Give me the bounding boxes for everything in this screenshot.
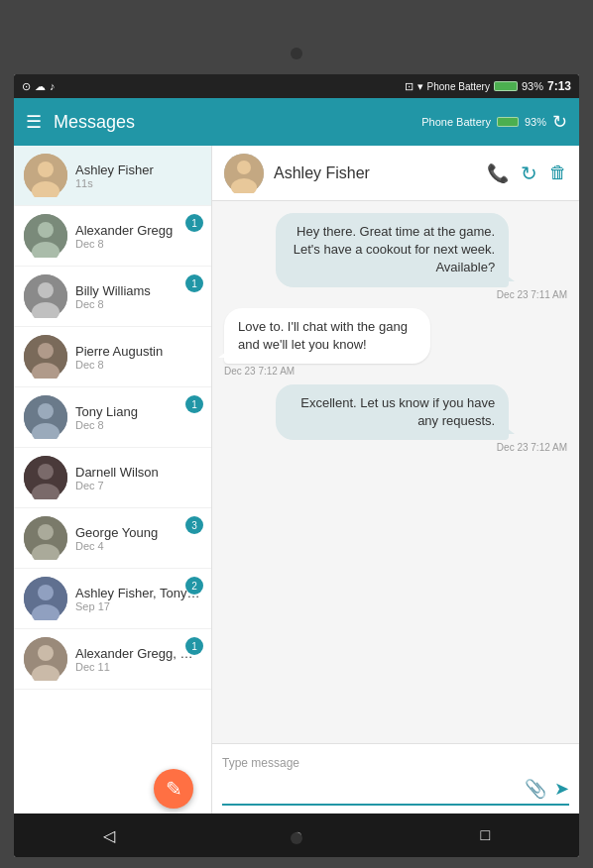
battery-pct-toolbar: 93% — [525, 116, 546, 128]
chat-avatar — [224, 154, 264, 193]
signal-icon: ⊡ — [405, 80, 414, 93]
badge-8: 2 — [185, 577, 203, 595]
avatar-group2 — [24, 637, 67, 681]
svg-point-10 — [38, 343, 54, 359]
time: 7:13 — [547, 79, 571, 93]
svg-point-22 — [38, 585, 54, 600]
svg-point-1 — [38, 162, 54, 177]
main-content: Ashley Fisher 11s Alexander Gregg — [14, 146, 579, 814]
contact-item-group1[interactable]: Ashley Fisher, Tony Liang Sep 17 2 — [14, 569, 211, 629]
contact-info-8: Ashley Fisher, Tony Liang Sep 17 — [75, 586, 201, 612]
contact-date-9: Dec 11 — [75, 661, 201, 673]
contact-item-pierre[interactable]: Pierre Augustin Dec 8 — [14, 327, 211, 387]
contact-name-7: George Young — [75, 525, 201, 540]
badge-9: 1 — [185, 637, 203, 655]
contact-info-3: Billy Williams Dec 8 — [75, 283, 201, 310]
call-icon[interactable]: 📞 — [487, 163, 509, 184]
contact-name-8: Ashley Fisher, Tony Liang — [75, 586, 201, 600]
menu-icon[interactable]: ☰ — [26, 111, 42, 133]
svg-point-7 — [38, 282, 54, 298]
contact-info-7: George Young Dec 4 — [75, 525, 201, 552]
status-icon-2: ☁ — [35, 80, 46, 93]
send-icon[interactable]: ➤ — [554, 778, 569, 800]
contact-item-billy-williams[interactable]: Billy Williams Dec 8 1 — [14, 267, 211, 327]
arrow-3 — [507, 428, 515, 434]
input-placeholder-label: Type message — [222, 752, 569, 774]
status-icons-right: ⊡ ▾ Phone Battery 93% 7:13 — [405, 79, 571, 93]
chat-header: Ashley Fisher 📞 ↻ 🗑 — [212, 146, 579, 201]
contact-info-1: Ashley Fisher 11s — [75, 163, 201, 189]
input-bar: 📎 ➤ — [222, 774, 569, 806]
recents-nav-icon[interactable]: □ — [481, 826, 491, 844]
battery-bar — [494, 81, 518, 91]
app-toolbar: ☰ Messages Phone Battery 93% ↻ — [14, 98, 579, 146]
avatar-darnell — [24, 456, 67, 499]
svg-point-4 — [38, 222, 54, 238]
compose-fab[interactable]: ✎ — [154, 769, 193, 809]
contact-item-george[interactable]: George Young Dec 4 3 — [14, 508, 211, 569]
message-time-1: Dec 23 7:11 AM — [276, 289, 567, 300]
status-bar: ⊙ ☁ ♪ ⊡ ▾ Phone Battery 93% 7:13 — [14, 74, 579, 98]
contact-name-5: Tony Liang — [75, 404, 201, 419]
contact-info-9: Alexander Gregg, Pierre Augustin Dec 11 — [75, 646, 201, 673]
svg-point-13 — [38, 403, 54, 419]
avatar-ashley — [24, 154, 67, 197]
badge-2: 1 — [185, 214, 203, 232]
contact-name-6: Darnell Wilson — [75, 465, 201, 480]
svg-point-28 — [237, 161, 251, 174]
message-1-wrapper: Hey there. Great time at the game. Let's… — [276, 213, 567, 300]
avatar-tony — [24, 395, 67, 439]
battery-indicator — [497, 117, 519, 127]
svg-point-19 — [38, 524, 54, 540]
status-icon-1: ⊙ — [22, 80, 31, 93]
contact-info-6: Darnell Wilson Dec 7 — [75, 465, 201, 491]
attach-icon[interactable]: 📎 — [525, 778, 546, 800]
messages-container: Hey there. Great time at the game. Let's… — [212, 201, 579, 743]
arrow-2 — [218, 352, 226, 358]
message-bubble-3: Excellent. Let us know if you have any r… — [276, 384, 509, 440]
contact-date-4: Dec 8 — [75, 359, 201, 371]
status-icons-left: ⊙ ☁ ♪ — [22, 80, 56, 93]
contact-item-darnell[interactable]: Darnell Wilson Dec 7 — [14, 448, 211, 508]
arrow-1 — [507, 275, 515, 281]
contact-date-7: Dec 4 — [75, 540, 201, 552]
message-time-3: Dec 23 7:12 AM — [276, 442, 567, 453]
back-nav-icon[interactable]: ◁ — [103, 826, 115, 845]
delete-icon[interactable]: 🗑 — [549, 163, 567, 183]
contact-date-8: Sep 17 — [75, 600, 201, 612]
contact-date-5: Dec 8 — [75, 419, 201, 431]
avatar-billy — [24, 274, 67, 318]
avatar-alexander — [24, 214, 67, 258]
message-input[interactable] — [222, 780, 525, 799]
toolbar-right: Phone Battery 93% ↻ — [421, 111, 567, 133]
contact-item-tony[interactable]: Tony Liang Dec 8 1 — [14, 387, 211, 448]
contact-info-2: Alexander Gregg Dec 8 — [75, 223, 201, 250]
svg-point-25 — [38, 645, 54, 661]
screen: ⊙ ☁ ♪ ⊡ ▾ Phone Battery 93% 7:13 ☰ Messa… — [14, 74, 579, 857]
message-bubble-2: Love to. I'll chat with the gang and we'… — [224, 308, 430, 364]
badge-7: 3 — [185, 516, 203, 534]
message-bubble-1: Hey there. Great time at the game. Let's… — [276, 213, 509, 287]
avatar-pierre — [24, 335, 67, 379]
top-camera — [291, 48, 302, 59]
contact-date-1: 11s — [75, 177, 201, 189]
input-area: Type message 📎 ➤ — [212, 743, 579, 814]
message-3-wrapper: Excellent. Let us know if you have any r… — [276, 384, 567, 453]
avatar-group1 — [24, 577, 67, 620]
contact-item-group2[interactable]: Alexander Gregg, Pierre Augustin Dec 11 … — [14, 629, 211, 690]
wifi-icon: ▾ — [417, 80, 423, 93]
contact-info-4: Pierre Augustin Dec 8 — [75, 344, 201, 371]
toolbar-title: Messages — [54, 112, 421, 133]
contact-date-2: Dec 8 — [75, 238, 201, 250]
chat-area: Ashley Fisher 📞 ↻ 🗑 Hey there. Great tim… — [212, 146, 579, 814]
contact-item-alexander-gregg[interactable]: Alexander Gregg Dec 8 1 — [14, 206, 211, 267]
sync-icon[interactable]: ↻ — [521, 162, 537, 185]
bottom-home-button — [291, 832, 302, 844]
input-icons: 📎 ➤ — [525, 778, 569, 800]
contact-item-ashley-fisher[interactable]: Ashley Fisher 11s — [14, 146, 211, 206]
contact-date-6: Dec 7 — [75, 480, 201, 491]
badge-5: 1 — [185, 395, 203, 413]
refresh-button[interactable]: ↻ — [552, 111, 567, 133]
avatar-george — [24, 516, 67, 560]
chat-header-icons: 📞 ↻ 🗑 — [487, 162, 567, 185]
